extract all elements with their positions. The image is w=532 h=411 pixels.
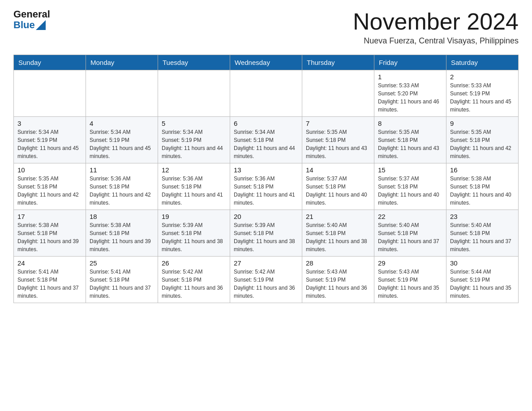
day-number: 26 <box>162 259 226 267</box>
day-number: 8 <box>378 120 442 127</box>
calendar-cell: 23Sunrise: 5:40 AMSunset: 5:18 PMDayligh… <box>446 210 519 257</box>
calendar-cell <box>230 70 302 117</box>
day-info: Sunrise: 5:40 AMSunset: 5:18 PMDaylight:… <box>378 221 442 253</box>
calendar-cell <box>302 70 374 117</box>
calendar-cell: 26Sunrise: 5:42 AMSunset: 5:18 PMDayligh… <box>158 257 230 303</box>
day-number: 15 <box>378 166 442 174</box>
calendar-cell <box>86 70 158 117</box>
day-info: Sunrise: 5:42 AMSunset: 5:19 PMDaylight:… <box>234 268 298 300</box>
logo-triangle-icon <box>36 20 46 30</box>
calendar-week-row: 10Sunrise: 5:35 AMSunset: 5:18 PMDayligh… <box>14 163 519 210</box>
calendar-cell: 4Sunrise: 5:34 AMSunset: 5:19 PMDaylight… <box>86 117 158 163</box>
calendar-week-row: 1Sunrise: 5:33 AMSunset: 5:20 PMDaylight… <box>14 70 519 117</box>
weekday-header-monday: Monday <box>86 55 158 70</box>
calendar-cell: 30Sunrise: 5:44 AMSunset: 5:19 PMDayligh… <box>446 257 519 303</box>
day-number: 5 <box>162 120 226 127</box>
month-title: November 2024 <box>353 9 519 34</box>
logo-text: General Blue <box>13 9 50 30</box>
day-number: 24 <box>17 259 82 267</box>
day-info: Sunrise: 5:38 AMSunset: 5:18 PMDaylight:… <box>90 221 154 253</box>
day-number: 4 <box>90 120 154 127</box>
weekday-header-saturday: Saturday <box>446 55 519 70</box>
calendar-cell: 10Sunrise: 5:35 AMSunset: 5:18 PMDayligh… <box>14 163 86 210</box>
calendar-cell: 17Sunrise: 5:38 AMSunset: 5:18 PMDayligh… <box>14 210 86 257</box>
calendar-cell: 16Sunrise: 5:38 AMSunset: 5:18 PMDayligh… <box>446 163 519 210</box>
day-info: Sunrise: 5:44 AMSunset: 5:19 PMDaylight:… <box>450 268 515 300</box>
calendar-cell: 2Sunrise: 5:33 AMSunset: 5:19 PMDaylight… <box>446 70 519 117</box>
day-number: 3 <box>17 120 82 127</box>
calendar-cell: 29Sunrise: 5:43 AMSunset: 5:19 PMDayligh… <box>374 257 446 303</box>
day-info: Sunrise: 5:36 AMSunset: 5:18 PMDaylight:… <box>162 175 226 207</box>
day-info: Sunrise: 5:43 AMSunset: 5:19 PMDaylight:… <box>306 268 370 300</box>
day-number: 19 <box>162 213 226 220</box>
calendar: SundayMondayTuesdayWednesdayThursdayFrid… <box>13 55 519 303</box>
day-number: 16 <box>450 166 515 174</box>
day-info: Sunrise: 5:35 AMSunset: 5:18 PMDaylight:… <box>17 175 82 207</box>
day-number: 29 <box>378 259 442 267</box>
day-number: 10 <box>17 166 82 174</box>
day-number: 9 <box>450 120 515 127</box>
day-info: Sunrise: 5:37 AMSunset: 5:18 PMDaylight:… <box>378 175 442 207</box>
logo: General Blue <box>13 9 50 30</box>
calendar-cell: 9Sunrise: 5:35 AMSunset: 5:18 PMDaylight… <box>446 117 519 163</box>
calendar-cell: 27Sunrise: 5:42 AMSunset: 5:19 PMDayligh… <box>230 257 302 303</box>
day-info: Sunrise: 5:40 AMSunset: 5:18 PMDaylight:… <box>450 221 515 253</box>
weekday-header-sunday: Sunday <box>14 55 86 70</box>
calendar-cell: 1Sunrise: 5:33 AMSunset: 5:20 PMDaylight… <box>374 70 446 117</box>
calendar-cell: 14Sunrise: 5:37 AMSunset: 5:18 PMDayligh… <box>302 163 374 210</box>
calendar-cell: 3Sunrise: 5:34 AMSunset: 5:19 PMDaylight… <box>14 117 86 163</box>
day-info: Sunrise: 5:34 AMSunset: 5:18 PMDaylight:… <box>234 128 298 160</box>
day-info: Sunrise: 5:41 AMSunset: 5:18 PMDaylight:… <box>17 268 82 300</box>
day-number: 2 <box>450 73 515 81</box>
calendar-cell: 19Sunrise: 5:39 AMSunset: 5:18 PMDayligh… <box>158 210 230 257</box>
day-number: 22 <box>378 213 442 220</box>
weekday-header-thursday: Thursday <box>302 55 374 70</box>
day-number: 14 <box>306 166 370 174</box>
day-info: Sunrise: 5:36 AMSunset: 5:18 PMDaylight:… <box>90 175 154 207</box>
day-number: 11 <box>90 166 154 174</box>
title-area: November 2024 Nueva Fuerza, Central Visa… <box>353 9 519 46</box>
calendar-cell: 12Sunrise: 5:36 AMSunset: 5:18 PMDayligh… <box>158 163 230 210</box>
day-number: 23 <box>450 213 515 220</box>
day-number: 27 <box>234 259 298 267</box>
calendar-cell: 13Sunrise: 5:36 AMSunset: 5:18 PMDayligh… <box>230 163 302 210</box>
calendar-cell: 22Sunrise: 5:40 AMSunset: 5:18 PMDayligh… <box>374 210 446 257</box>
day-info: Sunrise: 5:43 AMSunset: 5:19 PMDaylight:… <box>378 268 442 300</box>
calendar-cell: 18Sunrise: 5:38 AMSunset: 5:18 PMDayligh… <box>86 210 158 257</box>
day-number: 25 <box>90 259 154 267</box>
day-number: 17 <box>17 213 82 220</box>
day-info: Sunrise: 5:34 AMSunset: 5:19 PMDaylight:… <box>90 128 154 160</box>
day-info: Sunrise: 5:42 AMSunset: 5:18 PMDaylight:… <box>162 268 226 300</box>
day-info: Sunrise: 5:38 AMSunset: 5:18 PMDaylight:… <box>17 221 82 253</box>
day-number: 28 <box>306 259 370 267</box>
calendar-cell <box>158 70 230 117</box>
day-info: Sunrise: 5:34 AMSunset: 5:19 PMDaylight:… <box>17 128 82 160</box>
calendar-week-row: 24Sunrise: 5:41 AMSunset: 5:18 PMDayligh… <box>14 257 519 303</box>
day-number: 7 <box>306 120 370 127</box>
day-info: Sunrise: 5:38 AMSunset: 5:18 PMDaylight:… <box>450 175 515 207</box>
day-info: Sunrise: 5:35 AMSunset: 5:18 PMDaylight:… <box>450 128 515 160</box>
calendar-cell: 11Sunrise: 5:36 AMSunset: 5:18 PMDayligh… <box>86 163 158 210</box>
calendar-week-row: 3Sunrise: 5:34 AMSunset: 5:19 PMDaylight… <box>14 117 519 163</box>
day-info: Sunrise: 5:35 AMSunset: 5:18 PMDaylight:… <box>306 128 370 160</box>
day-info: Sunrise: 5:33 AMSunset: 5:20 PMDaylight:… <box>378 81 442 114</box>
day-info: Sunrise: 5:35 AMSunset: 5:18 PMDaylight:… <box>378 128 442 160</box>
day-number: 1 <box>378 73 442 81</box>
calendar-cell: 21Sunrise: 5:40 AMSunset: 5:18 PMDayligh… <box>302 210 374 257</box>
day-number: 20 <box>234 213 298 220</box>
calendar-cell: 7Sunrise: 5:35 AMSunset: 5:18 PMDaylight… <box>302 117 374 163</box>
logo-general: General <box>13 9 50 20</box>
logo-blue: Blue <box>13 20 35 30</box>
day-number: 13 <box>234 166 298 174</box>
day-info: Sunrise: 5:37 AMSunset: 5:18 PMDaylight:… <box>306 175 370 207</box>
calendar-cell: 25Sunrise: 5:41 AMSunset: 5:18 PMDayligh… <box>86 257 158 303</box>
day-info: Sunrise: 5:36 AMSunset: 5:18 PMDaylight:… <box>234 175 298 207</box>
calendar-cell: 24Sunrise: 5:41 AMSunset: 5:18 PMDayligh… <box>14 257 86 303</box>
day-info: Sunrise: 5:39 AMSunset: 5:18 PMDaylight:… <box>234 221 298 253</box>
day-info: Sunrise: 5:33 AMSunset: 5:19 PMDaylight:… <box>450 81 515 114</box>
day-info: Sunrise: 5:34 AMSunset: 5:19 PMDaylight:… <box>162 128 226 160</box>
svg-marker-0 <box>36 20 46 30</box>
weekday-header-tuesday: Tuesday <box>158 55 230 70</box>
weekday-header-friday: Friday <box>374 55 446 70</box>
header: General Blue November 2024 Nueva Fuerza,… <box>13 9 519 46</box>
